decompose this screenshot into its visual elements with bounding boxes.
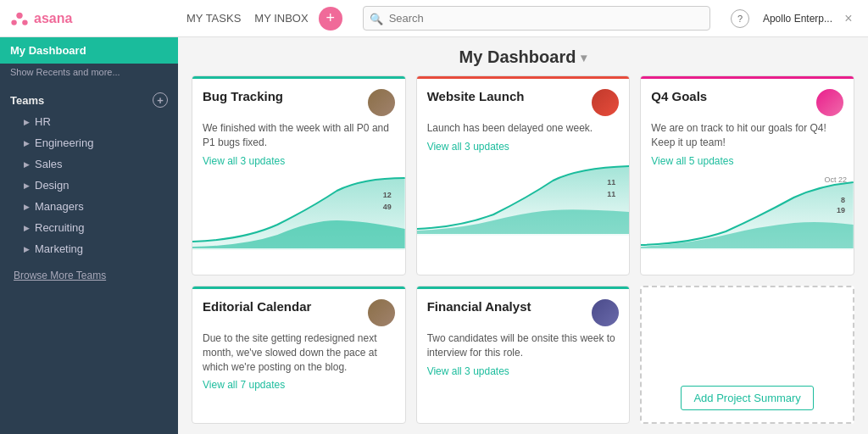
sidebar-item-label: Sales xyxy=(35,158,63,170)
chart-num-2: 49 xyxy=(383,203,392,211)
teams-label: Teams xyxy=(10,94,44,107)
sidebar-item-managers[interactable]: ▶ Managers xyxy=(10,196,168,217)
card-chart: 11 11 xyxy=(417,159,630,236)
title-chevron-icon[interactable]: ▾ xyxy=(581,51,587,64)
chevron-icon: ▶ xyxy=(24,224,30,232)
card-desc: Two candidates will be onsite this week … xyxy=(417,331,630,364)
my-inbox-nav[interactable]: MY INBOX xyxy=(254,12,308,25)
card-title: Editorial Calendar xyxy=(203,299,361,314)
chevron-icon: ▶ xyxy=(24,203,30,211)
logo: asana xyxy=(10,9,180,28)
card-link[interactable]: View all 5 updates xyxy=(641,153,854,174)
chevron-icon: ▶ xyxy=(24,245,30,253)
browse-more-teams[interactable]: Browse More Teams xyxy=(0,263,178,288)
sidebar-item-engineering[interactable]: ▶ Engineering xyxy=(10,132,168,153)
card-header: Q4 Goals xyxy=(641,79,854,121)
search-box: 🔍 xyxy=(363,6,710,31)
sidebar-item-label: Recruiting xyxy=(35,221,85,234)
card-bug-tracking: Bug Tracking We finished with the week w… xyxy=(192,75,406,275)
svg-point-1 xyxy=(11,19,16,25)
help-button[interactable]: ? xyxy=(731,9,749,28)
card-desc: Launch has been delayed one week. xyxy=(417,121,630,139)
sidebar-item-label: Engineering xyxy=(35,136,93,149)
logo-text: asana xyxy=(34,11,72,26)
card-title: Website Launch xyxy=(427,89,586,103)
card-financial-analyst: Financial Analyst Two candidates will be… xyxy=(416,286,631,424)
add-project-card: Add Project Summary xyxy=(640,286,854,424)
main-content: My Dashboard ▾ Bug Tracking We finished … xyxy=(178,37,868,434)
chevron-icon: ▶ xyxy=(24,181,30,190)
avatar xyxy=(592,299,619,326)
add-button[interactable]: + xyxy=(319,7,342,31)
chevron-icon: ▶ xyxy=(24,118,30,126)
sidebar-item-my-dashboard[interactable]: My Dashboard xyxy=(0,37,178,64)
chart-num-1: 12 xyxy=(383,191,392,199)
my-tasks-nav[interactable]: MY TASKS xyxy=(186,12,241,25)
dashboard-title-text: My Dashboard xyxy=(459,47,576,67)
sidebar-item-design[interactable]: ▶ Design xyxy=(10,175,168,196)
svg-point-0 xyxy=(16,12,22,18)
sidebar-item-marketing[interactable]: ▶ Marketing xyxy=(10,238,168,259)
oct-label: Oct 22 xyxy=(824,175,847,184)
card-chart: 12 49 xyxy=(192,174,405,250)
card-link[interactable]: View all 3 updates xyxy=(417,364,630,384)
card-website-launch: Website Launch Launch has been delayed o… xyxy=(416,75,631,275)
card-link[interactable]: View all 3 updates xyxy=(417,139,630,159)
chart-num-2: 11 xyxy=(607,190,615,198)
card-header: Bug Tracking xyxy=(192,79,405,121)
chevron-icon: ▶ xyxy=(24,160,30,169)
card-q4-goals: Q4 Goals We are on track to hit our goal… xyxy=(640,75,854,275)
search-input[interactable] xyxy=(363,6,710,31)
sidebar-item-recruiting[interactable]: ▶ Recruiting xyxy=(10,217,168,238)
teams-header: Teams + xyxy=(10,92,168,108)
top-nav: MY TASKS MY INBOX xyxy=(186,12,309,25)
top-bar: asana MY TASKS MY INBOX + 🔍 ? Apollo Ent… xyxy=(0,0,868,37)
avatar xyxy=(368,89,395,116)
sidebar-item-label: Managers xyxy=(35,200,84,213)
sidebar-item-hr[interactable]: ▶ HR xyxy=(10,111,168,132)
teams-add-button[interactable]: + xyxy=(153,92,168,108)
avatar xyxy=(592,89,619,116)
search-icon: 🔍 xyxy=(370,12,383,25)
card-header: Website Launch xyxy=(417,79,630,121)
sidebar-item-label: HR xyxy=(35,115,51,128)
card-chart: Oct 22 8 19 xyxy=(641,174,854,250)
add-project-button[interactable]: Add Project Summary xyxy=(681,386,813,410)
card-link[interactable]: View all 7 updates xyxy=(192,377,405,398)
sidebar-item-label: Marketing xyxy=(35,242,83,255)
card-desc: We finished with the week with all P0 an… xyxy=(192,121,405,153)
logo-icon xyxy=(10,9,29,28)
card-editorial-calendar: Editorial Calendar Due to the site getti… xyxy=(192,286,406,424)
card-title: Q4 Goals xyxy=(651,89,810,103)
sidebar-item-sales[interactable]: ▶ Sales xyxy=(10,153,168,175)
card-desc: Due to the site getting redesigned next … xyxy=(192,331,405,377)
card-link[interactable]: View all 3 updates xyxy=(192,153,405,174)
dashboard-title: My Dashboard ▾ xyxy=(178,37,868,75)
avatar xyxy=(816,89,843,116)
show-recents[interactable]: Show Recents and more... xyxy=(0,64,178,86)
sidebar-item-label: Design xyxy=(35,179,69,192)
chart-num-1: 11 xyxy=(607,178,615,186)
card-header: Editorial Calendar xyxy=(192,289,405,331)
close-button[interactable]: × xyxy=(839,9,858,28)
card-desc: We are on track to hit our goals for Q4!… xyxy=(641,121,854,153)
chart-num-1: 8 xyxy=(841,196,845,204)
teams-section: Teams + ▶ HR ▶ Engineering ▶ Sales ▶ Des… xyxy=(0,86,178,263)
cards-grid: Bug Tracking We finished with the week w… xyxy=(178,75,868,434)
chevron-icon: ▶ xyxy=(24,139,30,147)
card-title: Financial Analyst xyxy=(427,299,586,314)
avatar xyxy=(368,299,395,326)
my-dashboard-label: My Dashboard xyxy=(10,44,86,57)
card-header: Financial Analyst xyxy=(417,289,630,331)
card-title: Bug Tracking xyxy=(203,89,361,103)
user-label: Apollo Enterp... xyxy=(763,13,832,25)
main-layout: My Dashboard Show Recents and more... Te… xyxy=(0,37,868,434)
svg-point-2 xyxy=(22,19,27,25)
chart-num-2: 19 xyxy=(837,206,845,214)
sidebar: My Dashboard Show Recents and more... Te… xyxy=(0,37,178,434)
